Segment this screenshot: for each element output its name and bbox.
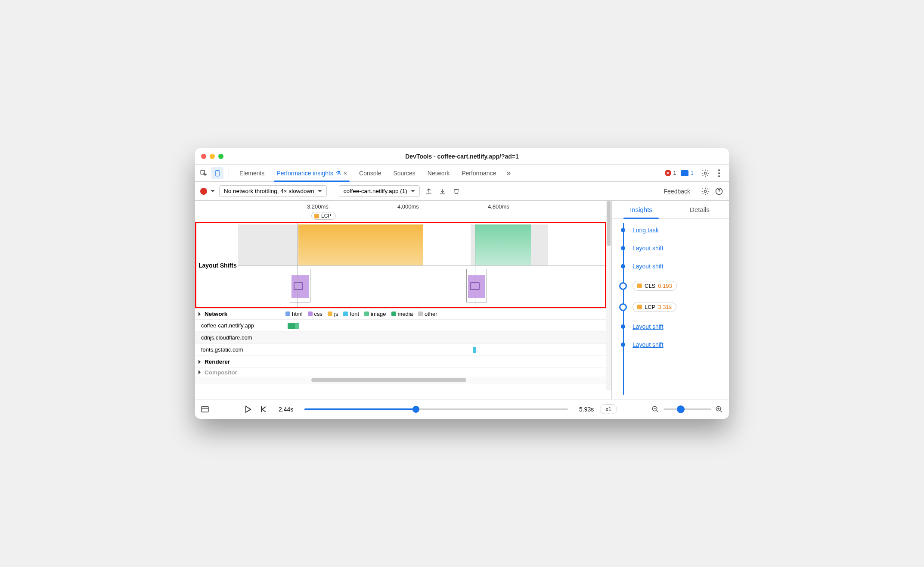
play-icon[interactable] (243, 405, 253, 414)
delete-icon[interactable] (452, 187, 461, 196)
network-row[interactable]: cdnjs.cloudflare.com (195, 332, 611, 344)
flask-icon: ⚗ (336, 170, 341, 176)
lcp-marker-badge[interactable]: LCP (311, 212, 336, 220)
insights-list[interactable]: Long task Layout shift Layout shift CLS … (612, 219, 729, 399)
message-count-badge[interactable]: 1 (681, 170, 694, 176)
legend-image: image (371, 311, 386, 317)
tab-console[interactable]: Console (354, 165, 386, 182)
record-menu-caret[interactable] (211, 190, 215, 194)
lcp-label: LCP (645, 304, 655, 310)
tab-sources-label: Sources (393, 170, 415, 177)
zoom-in-icon[interactable] (714, 405, 724, 414)
import-icon[interactable] (438, 187, 447, 196)
tab-insights-label: Insights (630, 206, 652, 213)
layout-shift-block-1[interactable] (298, 224, 423, 265)
insight-long-task[interactable]: Long task (633, 227, 659, 234)
devtools-window: DevTools - coffee-cart.netlify.app/?ad=1… (195, 148, 729, 419)
tab-elements-label: Elements (239, 170, 264, 177)
network-row[interactable]: fonts.gstatic.com (195, 344, 611, 356)
tab-insights[interactable]: Insights (612, 201, 670, 218)
record-button[interactable] (200, 188, 207, 195)
playback-slider[interactable] (304, 408, 568, 410)
toggle-screenshot-icon[interactable] (200, 405, 210, 414)
compositor-track-header[interactable]: Compositor (195, 368, 611, 377)
tab-details[interactable]: Details (670, 201, 729, 218)
scrollbar-thumb[interactable] (311, 378, 466, 382)
timeline-area[interactable]: 3,200ms 4,000ms 4,800ms LCP Layout Shift… (195, 201, 612, 399)
tab-network[interactable]: Network (422, 165, 455, 182)
main-tabbar: Elements Performance insights ⚗ × Consol… (195, 165, 729, 182)
svg-point-6 (704, 190, 707, 192)
vertical-scrollbar[interactable] (606, 201, 611, 390)
insight-layout-shift[interactable]: Layout shift (633, 341, 664, 348)
compositor-label: Compositor (205, 369, 237, 376)
playback-footer: 2.44s 5.93s x1 (195, 399, 729, 419)
screenshot-thumbnail-2[interactable] (466, 269, 487, 302)
tab-network-label: Network (428, 170, 450, 177)
feedback-link[interactable]: Feedback (664, 188, 690, 195)
tab-sources[interactable]: Sources (388, 165, 420, 182)
insights-pane: Insights Details Long task Layout shift … (612, 201, 729, 399)
kebab-menu-icon[interactable] (714, 168, 724, 178)
playback-speed-pill[interactable]: x1 (600, 404, 617, 414)
playback-thumb[interactable] (412, 406, 419, 413)
renderer-label: Renderer (205, 358, 230, 365)
device-toolbar-icon[interactable] (211, 167, 223, 179)
tab-console-label: Console (359, 170, 381, 177)
window-title: DevTools - coffee-cart.netlify.app/?ad=1 (195, 153, 729, 160)
zoom-slider[interactable] (664, 408, 711, 410)
time-ruler[interactable]: 3,200ms 4,000ms 4,800ms LCP (195, 201, 611, 222)
insight-lcp[interactable]: LCP 3.31s (620, 302, 724, 312)
horizontal-scrollbar[interactable] (195, 377, 611, 384)
close-tab-icon[interactable]: × (344, 170, 347, 177)
rewind-icon[interactable] (259, 405, 268, 414)
svg-point-3 (718, 169, 720, 171)
insight-item[interactable]: Layout shift (620, 245, 724, 252)
svg-rect-8 (202, 406, 208, 412)
error-count-badge[interactable]: 1 (665, 170, 676, 176)
insight-item[interactable]: Layout shift (620, 323, 724, 330)
screenshot-thumbnail-1[interactable] (290, 269, 310, 302)
inspect-element-icon[interactable] (198, 167, 210, 179)
layout-shift-block-2[interactable] (475, 224, 531, 265)
export-icon[interactable] (424, 187, 434, 196)
legend-other: other (425, 311, 437, 317)
renderer-track-header[interactable]: Renderer (195, 356, 611, 368)
tab-performance-label: Performance (462, 170, 496, 177)
expand-icon[interactable] (198, 370, 203, 374)
time-marker-line (330, 201, 330, 222)
legend-html: html (292, 311, 303, 317)
throttling-dropdown[interactable]: No network throttling, 4× slowdown (219, 185, 327, 197)
panel-settings-icon[interactable] (701, 187, 710, 196)
insight-layout-shift[interactable]: Layout shift (633, 245, 664, 252)
zoom-out-icon[interactable] (651, 405, 660, 414)
tab-performance-insights[interactable]: Performance insights ⚗ × (271, 165, 352, 182)
scrollbar-thumb[interactable] (607, 201, 611, 246)
network-host-1: coffee-cart.netlify.app (195, 320, 281, 331)
zoom-thumb[interactable] (677, 405, 685, 413)
titlebar: DevTools - coffee-cart.netlify.app/?ad=1 (195, 148, 729, 165)
help-icon[interactable] (714, 187, 724, 196)
insight-cls[interactable]: CLS 0.193 (620, 281, 724, 291)
insight-layout-shift[interactable]: Layout shift (633, 263, 664, 270)
svg-point-4 (718, 172, 720, 174)
throttling-label: No network throttling, 4× slowdown (224, 188, 314, 194)
more-tabs-icon[interactable]: » (503, 168, 514, 178)
recording-dropdown[interactable]: coffee-cart.netlify.app (1) (339, 185, 420, 197)
expand-icon[interactable] (198, 312, 203, 316)
network-track-header[interactable]: Network html css js font image media oth… (195, 308, 611, 320)
tab-performance[interactable]: Performance (456, 165, 501, 182)
insight-item[interactable]: Long task (620, 227, 724, 234)
shift-marker (298, 222, 298, 308)
network-row[interactable]: coffee-cart.netlify.app (195, 320, 611, 332)
settings-icon[interactable] (701, 168, 710, 178)
insight-item[interactable]: Layout shift (620, 263, 724, 270)
insight-item[interactable]: Layout shift (620, 341, 724, 348)
insight-layout-shift[interactable]: Layout shift (633, 323, 664, 330)
expand-icon[interactable] (198, 360, 203, 364)
divider (229, 168, 229, 178)
tab-elements[interactable]: Elements (234, 165, 270, 182)
layout-shifts-track[interactable]: Layout Shifts (195, 222, 611, 308)
legend-css: css (314, 311, 323, 317)
network-legend: html css js font image media other (281, 308, 611, 319)
